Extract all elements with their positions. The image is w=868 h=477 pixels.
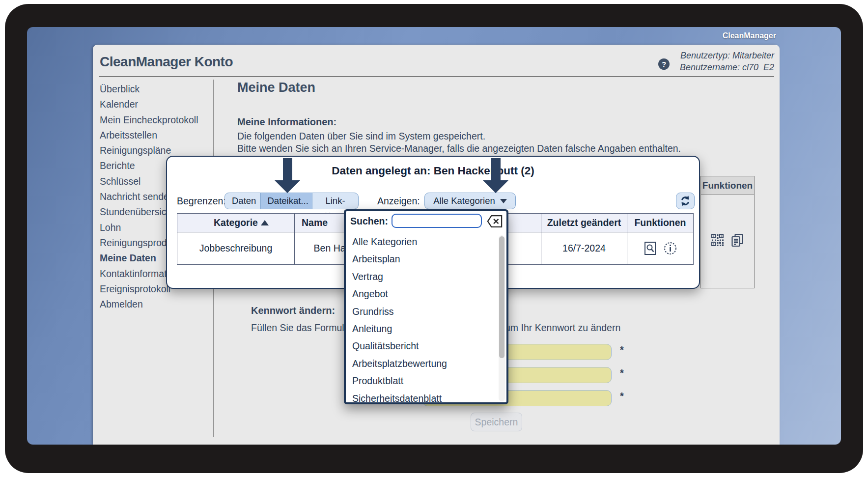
kategorie-header-label: Kategorie: [214, 217, 258, 228]
user-name: Benutzername: cl70_E2: [565, 61, 774, 73]
info-text-line2: Bitte wenden Sie sich an Ihren Service-M…: [237, 143, 681, 154]
user-info: Benutzertyp: Mitarbeiter Benutzername: c…: [565, 50, 774, 73]
screenshot-root: CleanManager CleanManager Konto ? Benutz…: [0, 0, 868, 477]
tutorial-arrow-down-kategorie-dropdown: [483, 158, 508, 193]
refresh-button[interactable]: [676, 193, 695, 209]
search-label: Suchen:: [350, 216, 388, 227]
dropdown-scrollbar[interactable]: [499, 235, 505, 401]
category-option-arbeitsplatzbewertung[interactable]: Arbeitsplatzbewertung: [346, 355, 493, 372]
password-section-heading: Kennwort ändern:: [251, 305, 335, 316]
info-heading: Meine Informationen:: [237, 116, 336, 128]
copy-documents-icon[interactable]: [730, 233, 744, 247]
category-dropdown-value: Alle Kategorien: [433, 196, 495, 206]
category-option-arbeitsplan[interactable]: Arbeitsplan: [346, 251, 493, 268]
header-divider: [99, 76, 774, 77]
app-brand: CleanManager: [678, 31, 776, 40]
category-option-angebot[interactable]: Angebot: [346, 285, 493, 303]
preview-document-icon[interactable]: [644, 241, 656, 255]
sort-ascending-icon: [261, 220, 269, 225]
category-option-grundriss[interactable]: Grundriss: [346, 303, 493, 320]
limit-button-linkkategorien[interactable]: Link-Kat...: [312, 193, 359, 209]
limit-button-dateikategorien[interactable]: Dateikat...: [260, 193, 313, 209]
category-option-anleitung[interactable]: Anleitung: [346, 320, 493, 337]
cell-funktionen: [627, 232, 694, 265]
qr-code-icon[interactable]: [711, 233, 724, 247]
scrollbar-thumb[interactable]: [499, 236, 504, 358]
cell-kategorie: Jobbeschreibung: [177, 232, 295, 265]
chevron-down-icon: [500, 199, 507, 203]
category-option-sicherheitsdatenblatt[interactable]: Sicherheitsdatenblatt: [346, 390, 493, 407]
limit-button-daten[interactable]: Daten: [224, 193, 261, 209]
column-header-kategorie[interactable]: Kategorie: [177, 214, 295, 232]
backspace-icon: [487, 215, 503, 228]
clear-search-button[interactable]: [486, 214, 503, 228]
category-dropdown-button[interactable]: Alle Kategorien: [424, 193, 516, 209]
limit-label: Begrenzen:: [177, 193, 226, 209]
sidebar-item-kalender[interactable]: Kalender: [100, 97, 198, 112]
refresh-icon: [679, 195, 691, 207]
funktionen-column-header: Funktionen: [701, 176, 754, 195]
sidebar-item-ueberblick[interactable]: Überblick: [100, 82, 198, 97]
page-title: CleanManager Konto: [100, 54, 233, 70]
tutorial-arrow-down-dateikategorien: [275, 158, 300, 193]
save-button[interactable]: Speichern: [471, 413, 522, 431]
category-dropdown-panel: Suchen: Alle Kategorien Arbeitsplan Vert…: [344, 209, 508, 404]
info-text-line1: Die folgenden Daten über Sie sind im Sys…: [237, 131, 485, 142]
category-option-qualitaetsbericht[interactable]: Qualitätsbericht: [346, 337, 493, 355]
column-header-funktionen: Funktionen: [627, 214, 694, 232]
search-input[interactable]: [392, 214, 482, 228]
sidebar-item-abmelden[interactable]: Abmelden: [100, 297, 198, 312]
show-label: Anzeigen:: [377, 193, 420, 209]
dialog-title: Daten angelegt an: Ben Hackenbutt (2): [167, 165, 699, 177]
limit-button-group: Daten Dateikat... Link-Kat...: [224, 193, 359, 209]
sidebar-item-eincheckprotokoll[interactable]: Mein Eincheckprotokoll: [100, 112, 198, 128]
sidebar-item-arbeitsstellen[interactable]: Arbeitsstellen: [100, 128, 198, 143]
category-option-produktblatt[interactable]: Produktblatt: [346, 372, 493, 390]
user-type: Benutzertyp: Mitarbeiter: [565, 50, 774, 61]
background-table-funktionen-column: Funktionen: [700, 176, 755, 288]
required-marker-3: *: [620, 391, 624, 402]
required-marker-1: *: [620, 344, 624, 356]
required-marker-2: *: [620, 367, 624, 379]
info-icon[interactable]: [664, 242, 677, 255]
cell-zuletzt-geaendert: 16/7-2024: [541, 232, 627, 265]
category-list: Alle Kategorien Arbeitsplan Vertrag Ange…: [346, 233, 493, 407]
column-header-zuletzt-geaendert[interactable]: Zuletzt geändert: [541, 214, 627, 232]
category-option-vertrag[interactable]: Vertrag: [346, 268, 493, 285]
category-option-alle-kategorien[interactable]: Alle Kategorien: [346, 233, 493, 251]
content-title: Meine Daten: [237, 80, 315, 95]
